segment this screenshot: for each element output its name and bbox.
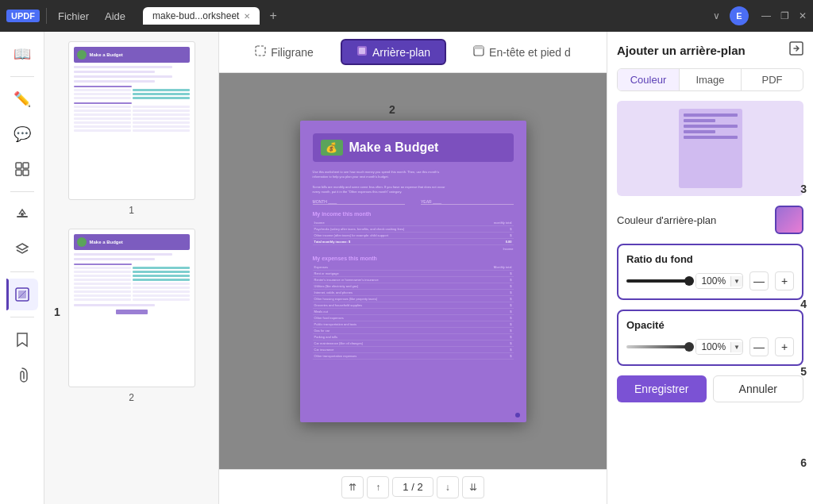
svg-rect-12	[474, 46, 484, 49]
exp-row-11: Parking and tolls$	[313, 334, 514, 340]
export-icon[interactable]	[789, 41, 803, 59]
thumb-img-2: Make a Budget	[68, 229, 195, 387]
tab-close-button[interactable]: ✕	[244, 12, 250, 21]
sidebar-icon-book[interactable]: 📖	[6, 38, 38, 70]
exp-row-4: Internet, cable, and phones$	[313, 290, 514, 296]
sidebar-icon-fillsign[interactable]	[6, 198, 38, 230]
sidebar-sep-1	[10, 76, 34, 77]
opacity-minus-button[interactable]: —	[749, 337, 769, 356]
tab-couleur[interactable]: Couleur	[618, 69, 680, 90]
titlebar-nav-down[interactable]: ∨	[713, 10, 720, 21]
exp-row-14: Other transportation expenses$	[313, 353, 514, 360]
save-button[interactable]: Enregistrer	[617, 375, 707, 402]
opacity-slider-thumb[interactable]	[684, 342, 694, 352]
exp-header-col2: Monthly total	[465, 264, 513, 271]
ratio-value: 100%	[696, 274, 730, 288]
last-page-button[interactable]: ⇊	[462, 476, 484, 498]
svg-rect-8	[256, 46, 265, 56]
exp-row-7: Meals out$	[313, 309, 514, 315]
opacity-value: 100%	[696, 340, 730, 354]
app-logo: UPDF	[6, 10, 40, 22]
exp-row-10: Gas for car$	[313, 328, 514, 334]
viewer: 💰 Make a Budget Use this worksheet to se…	[219, 73, 607, 469]
thumbnail-page-2[interactable]: Make a Budget	[51, 229, 212, 403]
ratio-minus-button[interactable]: —	[749, 271, 769, 290]
income-row-2: Other income (after taxes) for example: …	[313, 233, 514, 239]
exp-row-9: Public transportation and taxis$	[313, 321, 514, 328]
income-amount-1: $	[476, 226, 514, 233]
exp-row-5: Other housing expenses (like property ta…	[313, 296, 514, 302]
exp-row-2: Renter's insurance or homeowner's insura…	[313, 277, 514, 283]
opacity-plus-button[interactable]: +	[775, 337, 794, 356]
tab-watermark-label: Filigrane	[271, 46, 314, 59]
close-button[interactable]: ✕	[799, 10, 807, 21]
header-tab-icon	[473, 45, 484, 59]
sidebar-sep-3	[10, 271, 34, 272]
sidebar-icon-comment[interactable]: 💬	[6, 118, 38, 150]
opacity-dropdown-arrow[interactable]: ▼	[730, 342, 742, 352]
svg-rect-3	[23, 170, 29, 175]
active-tab[interactable]: make-bud...orksheet ✕	[143, 7, 260, 25]
minimize-button[interactable]: —	[761, 10, 771, 21]
svg-point-5	[21, 213, 24, 216]
sidebar-icon-attach[interactable]	[6, 359, 38, 391]
svg-rect-4	[17, 216, 28, 217]
right-panel-header: Ajouter un arrière-plan	[617, 41, 803, 59]
menu-aide[interactable]: Aide	[100, 10, 130, 22]
tab-pdf[interactable]: PDF	[742, 69, 803, 90]
sidebar-icon-bookmark[interactable]	[6, 324, 38, 356]
tab-header-label: En-tête et pied d	[489, 46, 571, 59]
page-dot	[515, 413, 520, 417]
thumb-img-1: Make a Budget	[68, 41, 195, 200]
sidebar-sep-4	[10, 317, 34, 317]
pdf-body-text-1: Use this worksheet to see how much money…	[313, 170, 514, 195]
opacity-value-select[interactable]: 100% ▼	[695, 339, 743, 355]
thumbnail-panel: Make a Budget	[44, 32, 219, 504]
opacity-slider-track[interactable]	[626, 345, 689, 348]
panel-tabs: Couleur Image PDF	[617, 68, 803, 91]
ratio-plus-button[interactable]: +	[775, 271, 794, 290]
bg-preview	[617, 101, 803, 196]
income-title: My income this month	[313, 211, 514, 217]
ratio-slider-thumb[interactable]	[684, 276, 694, 286]
ratio-value-select[interactable]: 100% ▼	[695, 273, 743, 289]
titlebar: UPDF Fichier Aide make-bud...orksheet ✕ …	[0, 0, 813, 32]
opacity-title: Opacité	[626, 319, 794, 331]
exp-row-6: Groceries and household supplies$	[313, 302, 514, 309]
cancel-button[interactable]: Annuler	[713, 375, 804, 402]
sidebar-sep-2	[10, 191, 34, 192]
tab-header[interactable]: En-tête et pied d	[459, 40, 585, 63]
user-avatar[interactable]: E	[730, 6, 749, 25]
exp-header-col1: Expenses	[313, 264, 466, 271]
ratio-slider-track[interactable]	[626, 279, 689, 283]
sidebar-icon-edit[interactable]: ✏️	[6, 83, 38, 115]
income-header-row: Income monthly total	[313, 220, 514, 226]
exp-row-13: Car insurance$	[313, 347, 514, 353]
watermark-icon	[255, 45, 266, 59]
income-header-col2: monthly total	[476, 220, 514, 226]
next-page-button[interactable]: ↓	[437, 476, 459, 498]
tab-label: make-bud...orksheet	[152, 10, 239, 21]
first-page-button[interactable]: ⇈	[341, 476, 364, 498]
exp-row-3: Utilities (like electricity and gas)$	[313, 283, 514, 290]
tab-background[interactable]: Arrière-plan	[341, 39, 446, 65]
income-cell-1: Paychecks (salary after taxes, benefits,…	[313, 226, 476, 233]
tab-image[interactable]: Image	[680, 69, 742, 90]
sidebar-icon-organize[interactable]	[6, 153, 38, 185]
exp-row-8: Other food expenses$	[313, 315, 514, 321]
tab-watermark[interactable]: Filigrane	[241, 40, 328, 63]
bg-line-2	[684, 119, 716, 122]
prev-page-button[interactable]: ↑	[367, 476, 389, 498]
sidebar-icon-background[interactable]	[6, 279, 38, 310]
ratio-dropdown-arrow[interactable]: ▼	[730, 276, 742, 287]
opacity-section: Opacité 100% ▼ — +	[617, 310, 803, 366]
svg-rect-2	[16, 170, 21, 175]
bg-line-5	[684, 136, 738, 139]
bg-line-1	[684, 113, 738, 117]
color-swatch-button[interactable]	[775, 206, 803, 234]
maximize-button[interactable]: ❐	[780, 10, 789, 21]
menu-fichier[interactable]: Fichier	[53, 10, 94, 22]
thumbnail-page-1[interactable]: Make a Budget	[51, 41, 212, 216]
add-tab-button[interactable]: +	[269, 9, 276, 23]
sidebar-icon-layers[interactable]	[6, 233, 38, 265]
